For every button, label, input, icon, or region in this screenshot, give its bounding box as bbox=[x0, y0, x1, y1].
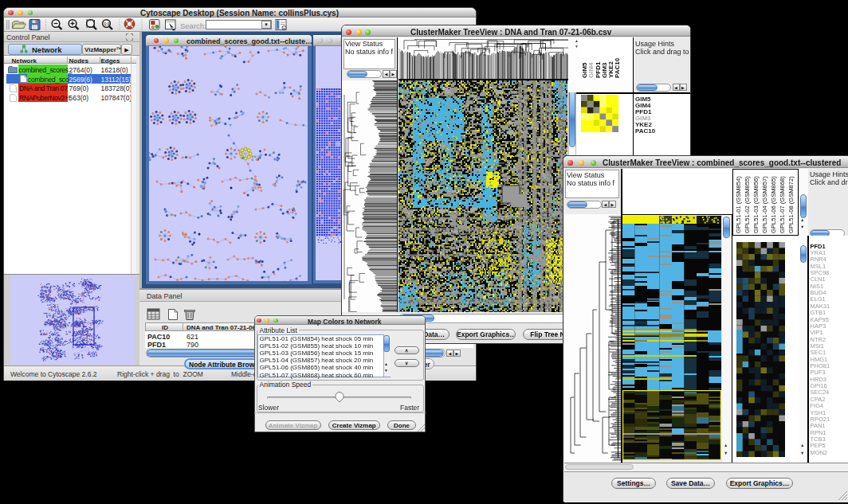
svg-text:GPL51-02 (GSM855): GPL51-02 (GSM855) bbox=[743, 175, 750, 232]
svg-text:GPL51-04 (GSM857): GPL51-04 (GSM857) bbox=[760, 175, 768, 232]
svg-text:GPL51-03 (GSM856): GPL51-03 (GSM856) bbox=[752, 175, 759, 232]
svg-text:PAC10: PAC10 bbox=[614, 57, 621, 78]
svg-text:GPL51-07 (GSM868): GPL51-07 (GSM868) bbox=[778, 175, 785, 232]
svg-text:GPL51-01 (GSM854): GPL51-01 (GSM854) bbox=[734, 175, 741, 232]
svg-text:1:1: 1:1 bbox=[104, 22, 110, 26]
svg-text:GPL51-06 (GSM865): GPL51-06 (GSM865) bbox=[769, 175, 776, 232]
svg-text:GPL51-08 (GSM872): GPL51-08 (GSM872) bbox=[787, 175, 794, 232]
